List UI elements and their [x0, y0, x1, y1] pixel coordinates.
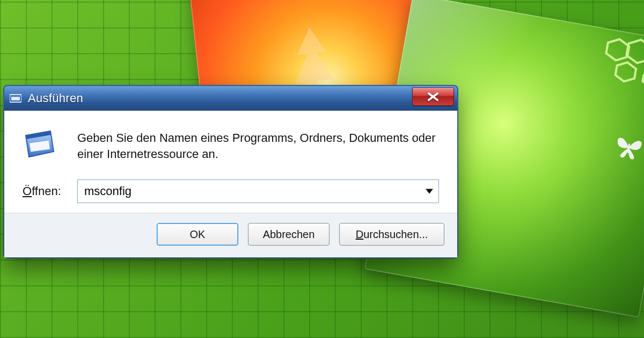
run-dialog-title-icon: [10, 94, 21, 103]
open-combobox-value: msconfig: [84, 184, 131, 198]
svg-rect-9: [11, 97, 20, 100]
ok-button-label: OK: [190, 228, 206, 241]
window-title: Ausführen: [28, 91, 83, 105]
dialog-client-area: Geben Sie den Namen eines Programms, Ord…: [4, 111, 457, 213]
svg-marker-5: [614, 61, 637, 83]
dialog-button-row: OK Abbrechen Durchsuchen...: [4, 213, 457, 257]
cancel-button[interactable]: Abbrechen: [248, 223, 330, 246]
butterfly-icon: [612, 133, 644, 162]
svg-marker-0: [290, 26, 333, 83]
svg-marker-6: [641, 71, 644, 88]
close-icon: [426, 92, 440, 102]
svg-marker-2: [605, 38, 630, 62]
cancel-button-label: Abbrechen: [263, 228, 315, 241]
browse-button[interactable]: Durchsuchen...: [339, 223, 444, 246]
svg-rect-7: [627, 143, 630, 153]
desktop-background: Ausführen: [0, 0, 644, 338]
open-combobox[interactable]: msconfig: [77, 179, 439, 203]
run-dialog-icon: [23, 128, 67, 166]
dialog-description: Geben Sie den Namen eines Programms, Ord…: [77, 128, 439, 163]
browse-button-hotkey: D: [356, 228, 363, 241]
chevron-down-icon: [426, 189, 433, 194]
open-label: Öffnen:: [23, 184, 67, 198]
svg-marker-3: [625, 38, 644, 65]
close-button[interactable]: [412, 88, 454, 106]
ok-button[interactable]: OK: [157, 223, 238, 246]
titlebar[interactable]: Ausführen: [4, 86, 457, 111]
hexagon-cluster-icon: [594, 31, 644, 103]
run-dialog: Ausführen: [3, 85, 458, 258]
browse-button-label: urchsuchen...: [363, 228, 428, 241]
